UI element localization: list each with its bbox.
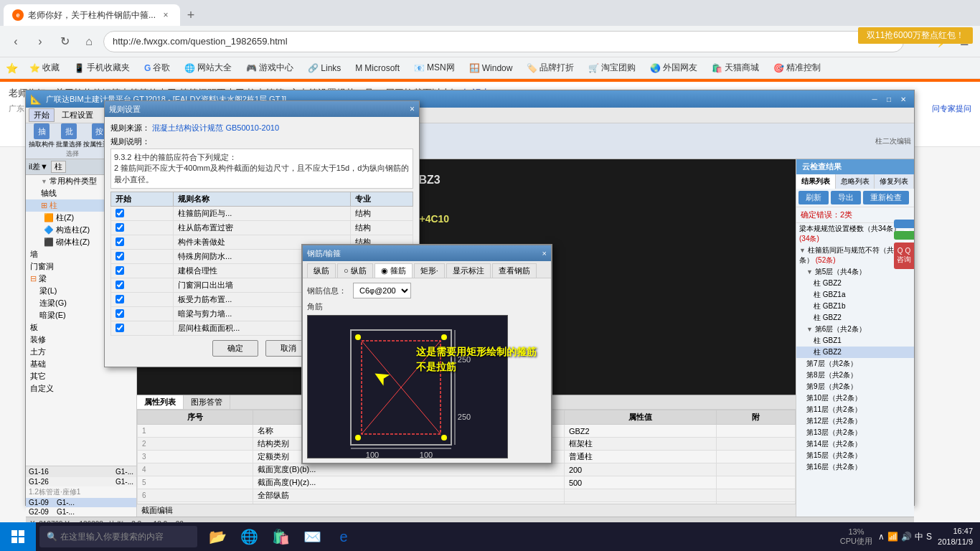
result-tree-item[interactable]: 第9层（共2条） <box>796 381 914 392</box>
steel-tab-view[interactable]: 查看钢筋 <box>492 263 537 278</box>
bookmark-msn[interactable]: 📧MSN网 <box>408 60 461 75</box>
tray-icon-network[interactable]: 📶 <box>887 532 898 542</box>
steel-tab-zong[interactable]: 纵筋 <box>307 263 336 278</box>
bookmark-games[interactable]: 🎮游戏中心 <box>240 60 299 75</box>
bookmark-tmall[interactable]: 🛍️天猫商城 <box>706 60 765 75</box>
home-btn[interactable]: ⌂ <box>79 32 99 52</box>
props-tab-attrs[interactable]: 属性列表 <box>137 395 184 409</box>
result-tree-item[interactable]: 柱 GBZ2 <box>796 347 914 358</box>
steel-tab-rect[interactable]: 矩形· <box>414 263 445 278</box>
rule-checkbox[interactable] <box>116 223 124 232</box>
result-tree-item[interactable]: 柱 GBZ1b <box>796 301 914 312</box>
rule-checkbox[interactable] <box>116 252 124 260</box>
props-tab-calcs[interactable]: 图形答管 <box>184 395 230 409</box>
bookmark-precise[interactable]: 🎯精准控制 <box>768 60 826 75</box>
steel-info-select[interactable]: C6φ@200 <box>353 283 411 298</box>
active-tab[interactable]: e 老师你好，关于柱构件钢筋中箍... × <box>4 4 180 26</box>
ask-expert-btn[interactable]: 问专家提问 <box>932 103 971 114</box>
rule-checkbox[interactable] <box>116 237 124 246</box>
result-tree-item[interactable]: 第14层（共2条） <box>796 438 914 450</box>
toolbar-btn-batch[interactable]: 批 批量选择 <box>56 123 82 149</box>
result-tree-item[interactable]: 第8层（共2条） <box>796 369 914 381</box>
floor-value[interactable]: 柱 <box>51 161 66 173</box>
tray-icon-up[interactable]: ∧ <box>878 532 885 542</box>
taskbar-icon-edge[interactable]: 🌐 <box>236 524 262 550</box>
result-tree-item[interactable]: 第7层（共2条） <box>796 358 914 369</box>
result-tree-item[interactable]: 第16层（共2条） <box>796 461 914 473</box>
bookmark-foreign[interactable]: 🌏外国网友 <box>644 60 703 75</box>
bookmark-collect[interactable]: ⭐收藏 <box>24 60 65 75</box>
result-tree-item[interactable]: 柱 GBZ2 <box>796 278 914 289</box>
result-tree-item[interactable]: 柱 GBZ2 <box>796 312 914 324</box>
right-tab-fix[interactable]: 修复列表 <box>875 174 914 189</box>
taskbar-icon-mail[interactable]: ✉️ <box>299 524 325 550</box>
rule-checkbox[interactable] <box>116 281 124 289</box>
sw-close-btn[interactable]: ✕ <box>897 94 910 104</box>
taskbar-icon-store[interactable]: 🛍️ <box>268 524 293 550</box>
start-button[interactable] <box>0 522 36 551</box>
steel-dialog-close-btn[interactable]: × <box>542 249 547 258</box>
feedback-btn[interactable]: 意见反馈 <box>894 220 914 228</box>
export-btn[interactable]: 导出 <box>831 191 861 204</box>
result-tree-item[interactable]: 第13层（共2条） <box>796 427 914 438</box>
steel-tab-show[interactable]: 显示标注 <box>446 263 491 278</box>
toolbar-btn-extract[interactable]: 抽 抽取构件 <box>29 123 55 149</box>
result-tree-item[interactable]: ▼ 第6层（共2条） <box>796 324 914 335</box>
menu-tools[interactable]: 工程设置 <box>57 109 98 121</box>
sw-min-btn[interactable]: ─ <box>868 94 881 104</box>
tray-icon-antivirus[interactable]: S <box>926 532 932 542</box>
nav-item-other[interactable]: 其它 <box>26 370 136 382</box>
bookmark-links[interactable]: 🔗Links <box>302 62 347 75</box>
result-tree-item[interactable]: 第11层（共2条） <box>796 404 914 415</box>
right-tab-ignore[interactable]: 忽略列表 <box>836 174 875 189</box>
recheck-btn[interactable]: 重新检查 <box>863 191 909 204</box>
rule-checkbox[interactable] <box>116 209 124 217</box>
taskbar-icon-explorer[interactable]: 📂 <box>204 524 230 550</box>
section-edit-btn[interactable]: 截面编辑 <box>137 504 796 517</box>
follow-btn[interactable]: 关注我们 <box>894 231 914 240</box>
bookmarks-bar: ⭐ ⭐收藏 📱手机收藏夹 G谷歌 🌐网站大全 🎮游戏中心 🔗Links MMic… <box>0 57 980 79</box>
refresh-results-btn[interactable]: 刷新 <box>798 191 829 204</box>
rule-checkbox[interactable] <box>116 324 124 332</box>
rule-dialog-close-btn[interactable]: × <box>410 104 415 114</box>
rule-checkbox[interactable] <box>116 295 124 303</box>
bookmark-ms[interactable]: MMicrosoft <box>349 62 405 75</box>
result-tree-item[interactable]: 第10层（共2条） <box>796 392 914 404</box>
new-tab-btn[interactable]: + <box>180 4 202 26</box>
bookmark-google[interactable]: G谷歌 <box>138 60 176 75</box>
result-tree-item[interactable]: 第12层（共2条） <box>796 415 914 427</box>
back-btn[interactable]: ‹ <box>6 32 26 52</box>
taskbar-search-box[interactable]: 🔍 在这里输入你要搜索的内容 <box>39 526 197 547</box>
result-tree-item[interactable]: 柱 GBZ1 <box>796 335 914 347</box>
address-bar[interactable]: http://e.fwxgx.com/question_1982659.html <box>103 31 904 52</box>
menu-open[interactable]: 开始 <box>29 108 55 122</box>
result-tree-item[interactable]: 柱 GBZ1a <box>796 289 914 301</box>
component-g209[interactable]: G2-09 G1-... <box>26 507 136 517</box>
steel-tab-hoop[interactable]: ◉ 箍筋 <box>374 263 413 278</box>
component-g109[interactable]: G1-09 G1-... <box>26 498 136 507</box>
right-tab-results[interactable]: 结果列表 <box>796 174 836 189</box>
bookmark-taobao[interactable]: 🛒淘宝团购 <box>583 60 641 75</box>
sw-max-btn[interactable]: □ <box>882 94 895 104</box>
system-clock[interactable]: 16:47 2018/11/9 <box>938 526 973 548</box>
taskbar-icon-ie[interactable]: e <box>331 524 357 550</box>
steel-tab-zong2[interactable]: ○ 纵筋 <box>337 263 373 278</box>
bookmark-mobile[interactable]: 📱手机收藏夹 <box>68 60 136 75</box>
tray-icon-volume[interactable]: 🔊 <box>901 532 912 542</box>
component-list-item1[interactable]: G1-26G1-... <box>26 477 136 486</box>
forward-btn[interactable]: › <box>30 32 50 52</box>
result-tree-item[interactable]: 第15层（共2条） <box>796 450 914 461</box>
rule-checkbox[interactable] <box>116 266 124 275</box>
rule-ok-btn[interactable]: 确定 <box>212 340 258 357</box>
rule-desc-section: 规则说明： 9.3.2 柱中的箍筋应符合下列规定： 2 箍筋间距不应大于400m… <box>110 136 413 189</box>
tray-icon-ime[interactable]: 中 <box>915 531 923 543</box>
bookmark-window[interactable]: 🪟Window <box>463 62 519 75</box>
tab-close-btn[interactable]: × <box>160 9 171 21</box>
rule-checkbox[interactable] <box>116 309 124 318</box>
nav-item-custom[interactable]: 自定义 <box>26 382 136 395</box>
refresh-btn[interactable]: ↻ <box>55 32 75 52</box>
bookmark-sites[interactable]: 🌐网站大全 <box>179 60 237 75</box>
qq-btn[interactable]: Q Q咨询 <box>894 242 914 269</box>
bookmark-brand[interactable]: 🏷️品牌打折 <box>521 60 580 75</box>
result-tree-item[interactable]: 第17层（共2条） <box>796 473 914 474</box>
